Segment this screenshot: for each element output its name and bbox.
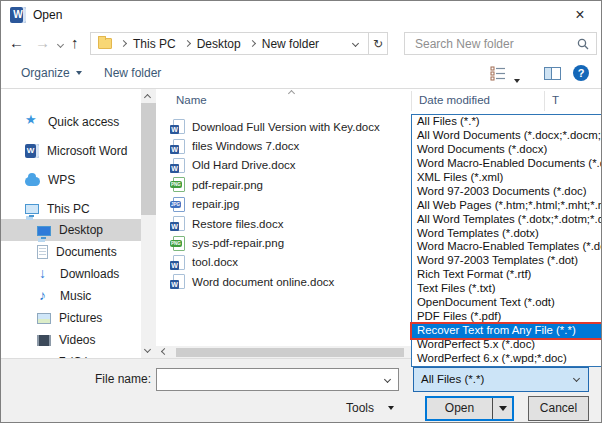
sidebar-item[interactable]: Pictures — [1, 307, 141, 329]
open-options-arrow[interactable] — [492, 398, 512, 419]
scrollbar-thumb[interactable] — [141, 103, 156, 215]
file-type-option[interactable]: XML Files (*.xml) — [412, 171, 602, 185]
open-button[interactable]: Open — [427, 398, 492, 419]
refresh-button[interactable]: ↻ — [369, 37, 387, 51]
file-type-option[interactable]: All Word Documents (*.docx;*.docm;*.dotx… — [412, 129, 602, 143]
file-name-input[interactable] — [161, 370, 379, 389]
file-type-value: All Files (*.*) — [421, 373, 484, 385]
breadcrumb: This PC Desktop New folder ↻ — [90, 32, 388, 55]
cancel-button[interactable]: Cancel — [528, 396, 589, 421]
dialog-footer: File name: All Files (*.*) Tools Open Ca… — [1, 358, 601, 423]
file-type-option[interactable]: PDF Files (*.pdf) — [412, 310, 602, 324]
chevron-down-icon — [388, 406, 394, 410]
word-doc-icon — [173, 255, 185, 270]
word-doc-icon — [173, 274, 185, 289]
organize-button[interactable]: Organize — [21, 66, 82, 80]
file-type-option[interactable]: Word Macro-Enabled Documents (*.docm) — [412, 157, 602, 171]
recent-locations-chevron-icon[interactable] — [57, 41, 64, 48]
sidebar-item[interactable]: WPS — [1, 169, 141, 190]
help-button[interactable]: ? — [573, 65, 589, 81]
sidebar-item[interactable]: Music — [1, 285, 141, 307]
sidebar-item[interactable]: Documents — [1, 241, 141, 263]
chevron-down-icon — [76, 71, 82, 75]
word-doc-icon — [173, 139, 185, 154]
pictures-icon — [37, 313, 51, 324]
word-doc-icon — [173, 158, 185, 173]
videos-icon — [37, 335, 51, 346]
column-header-type[interactable]: T — [552, 94, 559, 106]
jpg-file-icon — [173, 197, 185, 212]
sidebar-item[interactable]: Microsoft Word — [1, 140, 141, 161]
tools-button[interactable]: Tools — [346, 401, 394, 415]
details-view-icon[interactable] — [490, 66, 507, 81]
column-divider[interactable] — [544, 91, 545, 111]
column-header-name[interactable]: Name — [176, 94, 207, 106]
download-icon — [37, 267, 52, 282]
file-type-option[interactable]: OpenDocument Text (*.odt) — [412, 296, 602, 310]
scroll-up-icon[interactable] — [144, 94, 151, 101]
file-type-option[interactable]: Rich Text Format (*.rtf) — [412, 268, 602, 282]
sidebar-item[interactable]: Downloads — [1, 263, 141, 285]
file-type-dropdown-list: All Files (*.*)All Word Documents (*.doc… — [411, 114, 602, 367]
cloud-icon — [25, 177, 40, 186]
breadcrumb-segment[interactable]: New folder — [262, 37, 319, 51]
search-input[interactable] — [413, 34, 573, 53]
word-icon — [25, 144, 39, 158]
breadcrumb-separator-icon — [120, 40, 127, 47]
word-app-icon: W — [10, 7, 26, 23]
sidebar-item[interactable]: Quick access — [1, 111, 141, 132]
file-type-option[interactable]: All Word Templates (*.dotx;*.dotm;*.dot) — [412, 213, 602, 227]
title-bar: W Open × — [1, 1, 601, 29]
file-type-option[interactable]: Text Files (*.txt) — [412, 282, 602, 296]
sidebar-item[interactable]: This PC — [1, 198, 141, 219]
triangle-down-icon — [499, 406, 507, 411]
scroll-left-icon[interactable] — [161, 348, 168, 355]
sort-ascending-icon — [288, 90, 295, 97]
document-icon — [37, 245, 48, 259]
word-doc-icon — [173, 119, 185, 134]
sidebar-item[interactable]: Desktop — [1, 219, 141, 241]
file-type-option[interactable]: WordPerfect 6.x (*.wpd;*.doc) — [412, 352, 602, 366]
navigation-bar: ← → ↑ This PC Desktop New folder — [1, 29, 601, 59]
file-name-chevron-icon[interactable] — [384, 376, 391, 383]
close-button[interactable]: × — [569, 5, 591, 25]
open-split-button: Open — [425, 396, 514, 421]
scrollbar-thumb[interactable] — [176, 348, 404, 357]
column-divider[interactable] — [411, 91, 412, 111]
breadcrumb-segment[interactable]: This PC — [133, 37, 176, 51]
address-dropdown-chevron-icon[interactable] — [352, 40, 359, 47]
folder-icon — [98, 38, 112, 49]
file-type-option[interactable]: Recover Text from Any File (*.*) — [412, 324, 602, 338]
sidebar-scrollbar[interactable] — [141, 89, 156, 358]
breadcrumb-segment[interactable]: Desktop — [197, 37, 241, 51]
preview-pane-icon[interactable] — [544, 67, 561, 80]
back-button[interactable]: ← — [9, 33, 24, 53]
desktop-icon — [37, 226, 51, 236]
view-options-chevron-icon[interactable] — [514, 72, 520, 86]
sidebar-item[interactable]: 7 (C:) — [1, 351, 141, 358]
command-toolbar: Organize New folder ? — [1, 59, 601, 89]
new-folder-button[interactable]: New folder — [104, 66, 161, 80]
search-box — [404, 32, 597, 55]
file-type-option[interactable]: WordPerfect 5.x (*.doc) — [412, 338, 602, 352]
navigation-sidebar: Quick access Microsoft Word WPS This PC … — [1, 89, 141, 358]
file-type-combobox[interactable]: All Files (*.*) — [413, 367, 589, 392]
png-file-icon — [173, 177, 185, 192]
up-button[interactable]: ↑ — [71, 33, 79, 53]
file-type-option[interactable]: All Files (*.*) — [412, 115, 602, 129]
sidebar-item[interactable]: Videos — [1, 329, 141, 351]
file-type-option[interactable]: All Web Pages (*.htm;*.html;*.mht;*.mhtm… — [412, 199, 602, 213]
file-type-option[interactable]: Word 97-2003 Documents (*.doc) — [412, 185, 602, 199]
window-title: Open — [33, 8, 62, 22]
breadcrumb-separator-icon — [184, 40, 191, 47]
file-type-option[interactable]: Word 97-2003 Templates (*.dot) — [412, 254, 602, 268]
column-header-date-modified[interactable]: Date modified — [419, 94, 490, 106]
music-icon — [37, 289, 52, 304]
file-name-label: File name: — [61, 372, 151, 386]
scroll-down-icon[interactable] — [144, 346, 151, 353]
file-name-combobox — [156, 368, 399, 391]
forward-button: → — [35, 33, 50, 53]
file-type-option[interactable]: Word Macro-Enabled Templates (*.dotm) — [412, 240, 602, 254]
file-type-option[interactable]: Word Documents (*.docx) — [412, 143, 602, 157]
file-type-option[interactable]: Word Templates (*.dotx) — [412, 227, 602, 241]
